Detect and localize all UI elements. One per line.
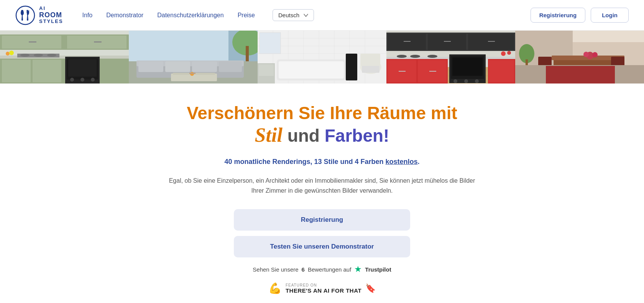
main-nav: Info Demonstrator Datenschutzerklärungen… [82, 9, 519, 21]
svg-point-15 [80, 78, 84, 82]
svg-rect-51 [279, 61, 344, 79]
room-image-bathroom [258, 31, 386, 84]
room-image-kitchen2 [386, 31, 515, 84]
trustpilot-brand[interactable]: Trustpilot [365, 266, 391, 273]
featured-name-label: THERE'S AN AI FOR THAT [286, 287, 361, 294]
svg-point-14 [70, 78, 74, 82]
logo-text: AI ROOM STYLES [39, 6, 63, 24]
subheadline: 40 monatliche Renderings, 13 Stile und 4… [224, 158, 419, 166]
cta-container: Registrierung Testen Sie unseren Demonst… [211, 209, 433, 257]
header-actions: Registrierung Login [531, 8, 629, 23]
svg-point-84 [397, 55, 407, 58]
logo-styles-label: STYLES [39, 19, 63, 24]
registrierung-cta-button[interactable]: Registrierung [234, 209, 410, 231]
svg-rect-78 [452, 57, 483, 76]
svg-rect-74 [399, 71, 406, 72]
muscle-icon: 💪 [268, 282, 282, 295]
room-image-dining [515, 31, 644, 84]
svg-point-79 [453, 79, 457, 83]
nav-info[interactable]: Info [82, 12, 93, 19]
demonstrator-cta-button[interactable]: Testen Sie unseren Demonstrator [234, 236, 410, 257]
svg-point-20 [47, 54, 56, 57]
language-dropdown[interactable]: Deutsch English Français Español [278, 12, 301, 18]
svg-rect-102 [546, 66, 615, 84]
featured-section: 💪 FEATURED ON THERE'S AN AI FOR THAT 🔖 [268, 282, 376, 295]
svg-rect-13 [68, 59, 97, 77]
svg-point-86 [427, 55, 437, 58]
svg-rect-6 [94, 41, 102, 43]
svg-point-0 [16, 6, 34, 25]
featured-text: FEATURED ON THERE'S AN AI FOR THAT [286, 283, 361, 294]
svg-rect-68 [444, 41, 451, 42]
logo-ai-label: AI [39, 6, 63, 11]
svg-rect-67 [404, 41, 411, 42]
trustpilot-prefix: Sehen Sie unsere [253, 266, 298, 273]
svg-point-19 [34, 54, 43, 57]
svg-rect-83 [489, 60, 514, 82]
svg-rect-38 [189, 73, 196, 74]
svg-point-18 [20, 54, 30, 57]
svg-rect-10 [33, 60, 61, 82]
logo-icon [15, 5, 35, 25]
nav-datenschutz[interactable]: Datenschutzerklärungen [157, 12, 223, 19]
svg-point-80 [464, 79, 468, 83]
svg-point-22 [9, 51, 14, 55]
headline-line1: Verschönern Sie Ihre Räume mit [187, 103, 457, 124]
svg-rect-57 [259, 64, 274, 76]
svg-rect-58 [260, 33, 281, 54]
nav-preise[interactable]: Preise [238, 12, 255, 19]
header-registrierung-button[interactable]: Registrierung [531, 8, 586, 23]
svg-rect-34 [219, 61, 242, 72]
svg-point-81 [475, 79, 479, 83]
svg-rect-31 [138, 61, 163, 72]
headline-und-text: und [288, 126, 320, 146]
language-selector[interactable]: Deutsch English Français Español [273, 9, 314, 21]
svg-rect-55 [360, 54, 380, 66]
logo[interactable]: AI ROOM STYLES [15, 5, 63, 25]
trustpilot-count: 6 [302, 266, 305, 273]
svg-point-87 [501, 51, 506, 56]
svg-point-85 [410, 55, 420, 58]
svg-rect-54 [362, 65, 380, 73]
svg-point-16 [91, 78, 95, 82]
header: AI ROOM STYLES Info Demonstrator Datensc… [0, 0, 644, 31]
kostenlos-link[interactable]: kostenlos [386, 158, 418, 165]
header-login-button[interactable]: Login [591, 8, 629, 23]
main-content: Verschönern Sie Ihre Räume mit Stil und … [0, 84, 644, 303]
svg-rect-75 [429, 71, 436, 72]
featured-on-label: FEATURED ON [286, 283, 317, 287]
svg-point-21 [6, 52, 10, 56]
room-image-strip [0, 31, 644, 84]
logo-room-label: ROOM [39, 11, 63, 19]
bookmark-icon: 🔖 [365, 283, 376, 293]
room-image-living [129, 31, 258, 84]
headline-stil: Stil [255, 124, 283, 146]
trustpilot-star-icon: ★ [354, 264, 362, 274]
svg-rect-9 [2, 60, 31, 82]
chevron-down-icon [304, 13, 308, 18]
nav-demonstrator[interactable]: Demonstrator [106, 12, 143, 19]
svg-point-98 [592, 52, 598, 57]
svg-point-88 [507, 51, 511, 55]
trustpilot-section: Sehen Sie unsere 6 Bewertungen auf ★ Tru… [253, 264, 391, 274]
trustpilot-suffix: Bewertungen auf [308, 266, 351, 273]
headline-farben: Farben! [325, 126, 389, 146]
svg-rect-27 [246, 46, 249, 61]
svg-rect-5 [29, 41, 36, 43]
svg-rect-52 [346, 54, 357, 80]
svg-rect-32 [165, 61, 190, 72]
svg-rect-69 [488, 41, 495, 42]
description: Egal, ob Sie eine Einzelperson, ein Arch… [165, 176, 479, 195]
svg-rect-33 [192, 61, 217, 72]
headline-line2: Stil und Farben! [255, 124, 389, 146]
room-image-kitchen1 [0, 31, 129, 84]
svg-point-97 [583, 52, 589, 57]
